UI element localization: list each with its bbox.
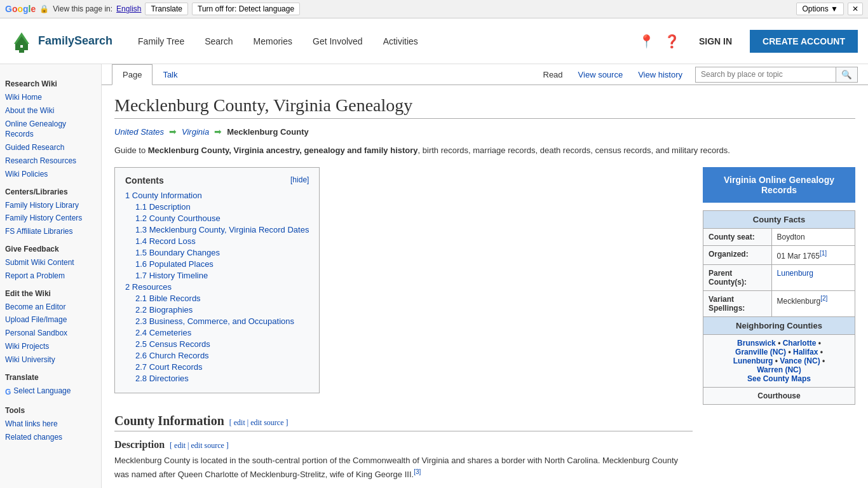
warren-link[interactable]: Warren (NC) xyxy=(757,365,801,374)
contents-link-2-7[interactable]: 2.7 Court Records xyxy=(135,362,203,372)
options-button[interactable]: Options ▼ xyxy=(796,3,844,15)
location-icon[interactable]: 📍 xyxy=(638,32,656,50)
contents-link-1-6[interactable]: 1.6 Populated Places xyxy=(135,259,214,269)
contents-link-1-2[interactable]: 1.2 County Courthouse xyxy=(135,214,220,223)
breadcrumb-state[interactable]: Virginia xyxy=(182,127,209,137)
nav-search[interactable]: Search xyxy=(194,31,243,51)
ref-3[interactable]: [3] xyxy=(414,468,421,475)
wiki-search-input[interactable] xyxy=(696,67,836,81)
contents-link-1-5[interactable]: 1.5 Boundary Changes xyxy=(135,248,220,257)
sidebar-item-family-history-library[interactable]: Family History Library xyxy=(5,200,96,211)
contents-link-2-1[interactable]: 2.1 Bible Records xyxy=(135,294,201,303)
nav-get-involved[interactable]: Get Involved xyxy=(302,31,373,51)
see-county-maps-link[interactable]: See County Maps xyxy=(747,374,811,383)
contents-link-2-8[interactable]: 2.8 Directories xyxy=(135,374,189,383)
contents-link-1-1[interactable]: 1.1 Description xyxy=(135,202,191,212)
close-button[interactable]: ✕ xyxy=(848,3,863,15)
logo-link[interactable]: FamilySearch xyxy=(10,30,112,53)
neighbors-cell: Brunswick • Charlotte • Granville (NC) •… xyxy=(703,334,855,387)
create-account-button[interactable]: CREATE ACCOUNT xyxy=(750,30,858,53)
contents-link-1-3[interactable]: 1.3 Mecklenburg County, Virginia Record … xyxy=(135,225,309,234)
county-info-header: County Information [ edit | edit source … xyxy=(114,414,693,431)
contents-title: Contents [hide] xyxy=(125,175,309,186)
tab-view-source[interactable]: View source xyxy=(571,65,631,85)
sidebar-item-what-links[interactable]: What links here xyxy=(5,419,96,430)
variant-spellings-label: Variant Spellings: xyxy=(703,290,772,316)
contents-link-2-3[interactable]: 2.3 Business, Commerce, and Occupations xyxy=(135,316,294,326)
main-nav: Family Tree Search Memories Get Involved… xyxy=(128,31,638,51)
sidebar-item-related-changes[interactable]: Related changes xyxy=(5,432,96,443)
tab-talk[interactable]: Talk xyxy=(153,65,187,85)
sidebar-item-fs-affiliate[interactable]: FS Affiliate Libraries xyxy=(5,226,96,237)
sidebar-item-about-wiki[interactable]: About the Wiki xyxy=(5,105,96,116)
brunswick-link[interactable]: Brunswick xyxy=(737,339,776,348)
list-item: 2.1 Bible Records xyxy=(125,294,309,303)
vance-link[interactable]: Vance (NC) xyxy=(780,356,820,365)
organized-value: 01 Mar 1765[1] xyxy=(771,245,855,264)
sidebar-item-family-history-centers[interactable]: Family History Centers xyxy=(5,213,96,224)
variant-ref[interactable]: [2] xyxy=(820,295,827,302)
contents-link-1[interactable]: 1 County Information xyxy=(125,191,202,200)
wiki-search-button[interactable]: 🔍 xyxy=(836,67,857,82)
sidebar-item-become-editor[interactable]: Become an Editor xyxy=(5,302,96,313)
contents-link-2-5[interactable]: 2.5 Census Records xyxy=(135,339,210,349)
sidebar-item-online-records[interactable]: Online Genealogy Records xyxy=(5,119,96,140)
contents-link-1-4[interactable]: 1.4 Record Loss xyxy=(135,236,196,246)
sidebar-item-upload-file[interactable]: Upload File/Image xyxy=(5,315,96,325)
nav-activities[interactable]: Activities xyxy=(373,31,428,51)
translate-button[interactable]: Translate xyxy=(145,3,188,15)
help-icon[interactable]: ❓ xyxy=(663,32,681,50)
contents-hide-link[interactable]: [hide] xyxy=(290,175,309,186)
sidebar-item-wiki-home[interactable]: Wiki Home xyxy=(5,92,96,103)
sidebar-item-report-problem[interactable]: Report a Problem xyxy=(5,271,96,281)
contents-link-2-2[interactable]: 2.2 Biographies xyxy=(135,305,193,315)
sidebar-item-wiki-policies[interactable]: Wiki Policies xyxy=(5,169,96,180)
translate-bar: Google 🔒 View this page in: English Tran… xyxy=(0,0,868,18)
sidebar-item-personal-sandbox[interactable]: Personal Sandbox xyxy=(5,328,96,339)
organized-row: Organized: 01 Mar 1765[1] xyxy=(703,245,855,264)
google-g-icon: G xyxy=(5,388,11,396)
lunenburg-link[interactable]: Lunenburg xyxy=(777,269,813,278)
sidebar: Research Wiki Wiki Home About the Wiki O… xyxy=(0,64,102,488)
county-seat-value: Boydton xyxy=(771,228,855,245)
contents-link-2-6[interactable]: 2.6 Church Records xyxy=(135,351,209,360)
organized-ref[interactable]: [1] xyxy=(820,250,827,257)
tab-actions: Read View source View history 🔍 xyxy=(536,65,858,85)
turn-off-button[interactable]: Turn off for: Detect language xyxy=(192,3,300,15)
variant-spellings-value: Mecklenburg[2] xyxy=(771,290,855,316)
familysearch-logo-icon xyxy=(10,30,33,53)
tab-page[interactable]: Page xyxy=(112,64,153,85)
select-language-link[interactable]: Select Language xyxy=(13,386,71,396)
breadcrumb-us[interactable]: United States xyxy=(114,127,164,137)
contents-link-2[interactable]: 2 Resources xyxy=(125,282,172,292)
nav-family-tree[interactable]: Family Tree xyxy=(128,31,194,51)
halifax-link[interactable]: Halifax xyxy=(793,348,818,356)
list-item: 2.2 Biographies xyxy=(125,305,309,315)
edit-link-county-info[interactable]: [ edit | edit source ] xyxy=(229,418,288,427)
give-feedback-title: Give Feedback xyxy=(5,245,96,254)
granville-link[interactable]: Granville (NC) xyxy=(735,348,786,356)
tab-read[interactable]: Read xyxy=(536,65,571,85)
virginia-genealogy-button[interactable]: Virginia Online Genealogy Records xyxy=(703,167,855,203)
sidebar-item-wiki-projects[interactable]: Wiki Projects xyxy=(5,341,96,352)
contents-link-1-7[interactable]: 1.7 History Timeline xyxy=(135,271,208,280)
sidebar-item-wiki-university[interactable]: Wiki University xyxy=(5,355,96,365)
tab-view-history[interactable]: View history xyxy=(630,65,690,85)
lunenburg-neighbor-link[interactable]: Lunenburg xyxy=(733,356,773,365)
main-area: Page Talk Read View source View history … xyxy=(102,64,868,488)
main-col: Contents [hide] 1 County Information 1.1… xyxy=(114,167,693,489)
sign-in-button[interactable]: SIGN IN xyxy=(689,31,742,51)
charlotte-link[interactable]: Charlotte xyxy=(783,339,817,348)
edit-link-description[interactable]: [ edit | edit source ] xyxy=(170,441,229,450)
list-item: 1.6 Populated Places xyxy=(125,259,309,269)
sidebar-item-guided-research[interactable]: Guided Research xyxy=(5,142,96,153)
sidebar-item-research-resources[interactable]: Research Resources xyxy=(5,156,96,166)
organized-label: Organized: xyxy=(703,245,772,264)
county-info-edit: [ edit | edit source ] xyxy=(229,418,288,428)
sidebar-item-submit-wiki[interactable]: Submit Wiki Content xyxy=(5,257,96,268)
county-facts-table: County Facts County seat: Boydton Organi… xyxy=(703,210,855,405)
nav-memories[interactable]: Memories xyxy=(243,31,302,51)
contents-link-2-4[interactable]: 2.4 Cemeteries xyxy=(135,328,191,337)
language-link[interactable]: English xyxy=(116,4,141,13)
list-item: 1.3 Mecklenburg County, Virginia Record … xyxy=(125,225,309,234)
